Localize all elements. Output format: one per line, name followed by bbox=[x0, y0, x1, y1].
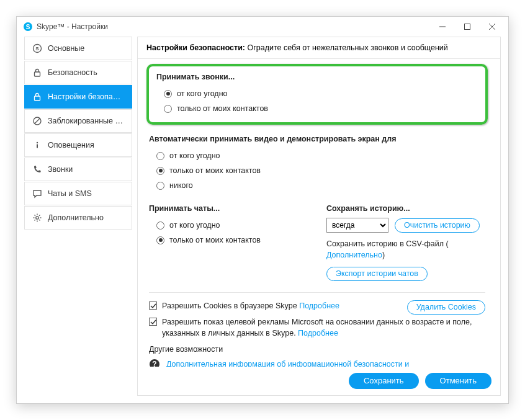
radio-label: только от моих контактов bbox=[169, 236, 261, 244]
cancel-button[interactable]: Отменить bbox=[425, 373, 491, 389]
chat-icon bbox=[32, 189, 42, 199]
svg-rect-13 bbox=[37, 145, 38, 148]
section-title-video: Автоматически принимать видео и демонстр… bbox=[149, 135, 485, 143]
radio-label: никого bbox=[169, 181, 193, 190]
other-options-title: Другие возможности bbox=[149, 345, 485, 354]
help-icon: ? bbox=[149, 359, 160, 367]
svg-rect-3 bbox=[465, 24, 470, 30]
radio-label: только от моих контактов bbox=[169, 166, 261, 175]
radio-icon bbox=[164, 90, 172, 98]
radio-icon bbox=[164, 105, 172, 113]
info-icon bbox=[32, 140, 42, 150]
export-history-button[interactable]: Экспорт истории чатов bbox=[326, 267, 428, 281]
radio-label: от кого угодно bbox=[177, 89, 228, 98]
radio-video-nobody[interactable]: никого bbox=[149, 178, 485, 193]
sidebar-item-label: Основные bbox=[48, 44, 84, 53]
checkbox-ads[interactable]: Разрешить показ целевой рекламы Microsof… bbox=[149, 316, 485, 339]
section-title-history: Сохранять историю... bbox=[326, 204, 485, 213]
checkbox-icon bbox=[149, 302, 157, 310]
radio-icon bbox=[156, 167, 164, 175]
divider bbox=[149, 292, 485, 293]
sidebar-item-label: Безопасность bbox=[48, 68, 97, 77]
sidebar-item-label: Заблокированные по... bbox=[48, 117, 124, 125]
svg-point-12 bbox=[37, 142, 38, 143]
highlighted-section: Принимать звонки... от кого угодно тольк… bbox=[146, 64, 488, 125]
radio-calls-anyone[interactable]: от кого угодно bbox=[156, 86, 478, 101]
checkbox-label: Разрешить показ целевой рекламы Microsof… bbox=[162, 316, 485, 339]
skype-icon: S bbox=[32, 43, 42, 53]
cookies-more-link[interactable]: Подробнее bbox=[299, 302, 339, 310]
radio-chats-anyone[interactable]: от кого угодно bbox=[149, 218, 308, 233]
radio-label: только от моих контактов bbox=[177, 104, 268, 113]
sidebar-item-chats[interactable]: Чаты и SMS bbox=[24, 182, 132, 205]
main-panel: Настройки безопасности: Оградите себя от… bbox=[137, 37, 501, 396]
checkbox-cookies[interactable]: Разрешить Cookies в браузере Skype Подро… bbox=[149, 300, 401, 311]
minimize-button[interactable] bbox=[430, 18, 455, 35]
svg-text:S: S bbox=[26, 24, 30, 30]
svg-point-14 bbox=[36, 217, 38, 219]
svg-rect-8 bbox=[35, 72, 40, 76]
clear-history-button[interactable]: Очистить историю bbox=[395, 218, 480, 233]
privacy-info-link[interactable]: Дополнительная информация об информацион… bbox=[166, 359, 485, 367]
sidebar-item-security-settings[interactable]: Настройки безопасно... bbox=[24, 85, 132, 109]
radio-label: от кого угодно bbox=[169, 221, 220, 230]
checkbox-icon bbox=[149, 318, 157, 326]
titlebar: S Skype™ - Настройки bbox=[17, 17, 508, 37]
radio-icon bbox=[156, 182, 164, 190]
svg-rect-9 bbox=[35, 96, 40, 101]
radio-chats-contacts[interactable]: только от моих контактов bbox=[149, 233, 308, 248]
panel-content[interactable]: Принимать звонки... от кого угодно тольк… bbox=[138, 59, 500, 367]
lock-icon bbox=[32, 92, 42, 102]
sidebar-item-security[interactable]: Безопасность bbox=[24, 61, 132, 84]
skype-icon: S bbox=[23, 22, 33, 32]
sidebar-item-calls[interactable]: Звонки bbox=[24, 158, 132, 181]
svg-line-20 bbox=[39, 220, 40, 220]
sidebar-item-blocked[interactable]: Заблокированные по... bbox=[24, 109, 132, 133]
section-title-chats: Принимать чаты... bbox=[149, 204, 308, 213]
close-button[interactable] bbox=[480, 18, 505, 35]
panel-header-title: Настройки безопасности: bbox=[146, 43, 248, 52]
radio-video-anyone[interactable]: от кого угодно bbox=[149, 148, 485, 163]
settings-window: S Skype™ - Настройки S Основные Безопасн… bbox=[16, 16, 509, 404]
maximize-button[interactable] bbox=[455, 18, 480, 35]
radio-icon bbox=[156, 221, 164, 230]
radio-icon bbox=[156, 236, 164, 244]
sidebar-item-more[interactable]: Дополнительно bbox=[24, 206, 132, 230]
gear-icon bbox=[32, 213, 42, 223]
radio-calls-contacts[interactable]: только от моих контактов bbox=[156, 101, 478, 116]
save-button[interactable]: Сохранить bbox=[349, 373, 419, 389]
svg-line-21 bbox=[39, 215, 40, 216]
sidebar-item-notifications[interactable]: Оповещения bbox=[24, 133, 132, 157]
csv-text: Сохранить историю в CSV-файл ( Дополните… bbox=[326, 239, 485, 261]
phone-icon bbox=[32, 164, 42, 174]
history-select[interactable]: всегда bbox=[326, 218, 388, 233]
svg-text:?: ? bbox=[152, 360, 156, 367]
radio-video-contacts[interactable]: только от моих контактов bbox=[149, 163, 485, 178]
svg-line-22 bbox=[35, 220, 35, 220]
radio-icon bbox=[156, 152, 164, 160]
lock-icon bbox=[32, 68, 42, 78]
sidebar-item-label: Настройки безопасно... bbox=[48, 92, 124, 101]
svg-text:S: S bbox=[35, 46, 39, 51]
sidebar-item-label: Звонки bbox=[48, 165, 73, 174]
section-title-calls: Принимать звонки... bbox=[156, 73, 478, 81]
svg-line-19 bbox=[35, 215, 35, 216]
sidebar-item-general[interactable]: S Основные bbox=[24, 37, 132, 60]
sidebar-item-label: Оповещения bbox=[48, 141, 94, 150]
sidebar-item-label: Чаты и SMS bbox=[48, 189, 92, 198]
csv-more-link[interactable]: Дополнительно bbox=[326, 251, 382, 259]
ads-more-link[interactable]: Подробнее bbox=[298, 329, 338, 337]
checkbox-label: Разрешить Cookies в браузере Skype Подро… bbox=[162, 300, 339, 311]
radio-label: от кого угодно bbox=[169, 151, 220, 160]
panel-footer: Сохранить Отменить bbox=[138, 367, 500, 395]
window-title: Skype™ - Настройки bbox=[37, 22, 108, 31]
sidebar-item-label: Дополнительно bbox=[48, 213, 104, 222]
sidebar: S Основные Безопасность Настройки безопа… bbox=[24, 37, 132, 396]
panel-header: Настройки безопасности: Оградите себя от… bbox=[138, 37, 500, 59]
svg-line-11 bbox=[35, 118, 40, 123]
window-controls bbox=[430, 18, 505, 35]
delete-cookies-button[interactable]: Удалить Cookies bbox=[407, 300, 485, 315]
panel-header-desc: Оградите себя от нежелательных звонков и… bbox=[248, 43, 448, 52]
ban-icon bbox=[32, 116, 42, 126]
